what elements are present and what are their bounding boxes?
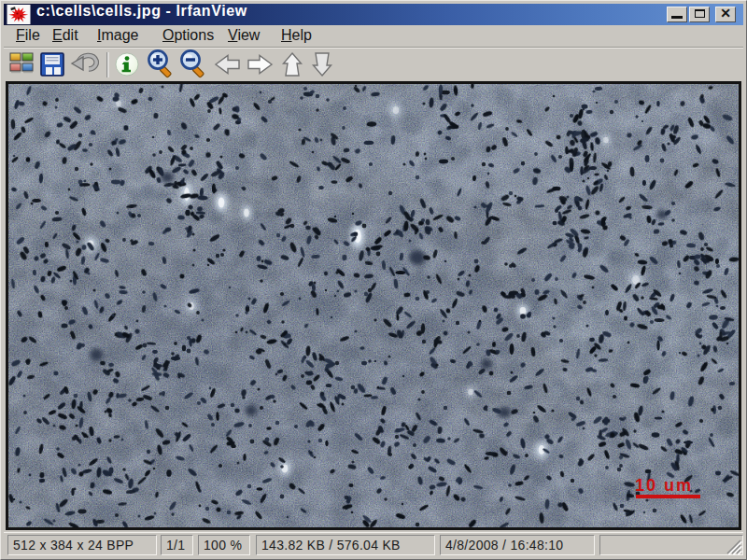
svg-text:10 um: 10 um bbox=[635, 476, 693, 495]
